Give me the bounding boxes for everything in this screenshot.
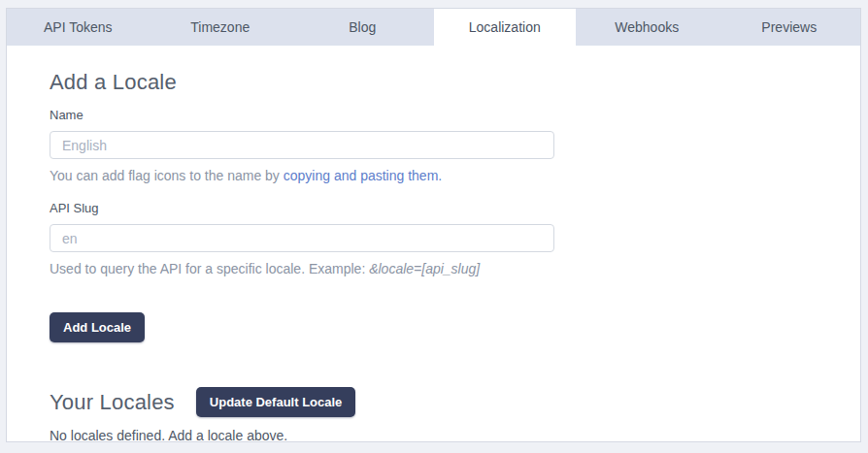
api-slug-label: API Slug [50, 201, 818, 215]
add-locale-button[interactable]: Add Locale [50, 312, 145, 342]
name-help-text: You can add flag icons to the name by [50, 168, 284, 183]
update-default-locale-button[interactable]: Update Default Locale [196, 387, 356, 417]
api-slug-input[interactable] [50, 224, 554, 252]
tab-blog[interactable]: Blog [291, 9, 434, 46]
tab-webhooks[interactable]: Webhooks [576, 9, 718, 46]
localization-panel: Add a Locale Name You can add flag icons… [7, 46, 860, 441]
name-input[interactable] [50, 131, 554, 159]
name-label: Name [50, 108, 818, 122]
api-slug-help-text: Used to query the API for a specific loc… [50, 261, 369, 276]
settings-tab-bar: API Tokens Timezone Blog Localization We… [7, 9, 860, 46]
api-slug-help: Used to query the API for a specific loc… [50, 261, 818, 276]
add-locale-title: Add a Locale [50, 70, 818, 95]
copy-paste-flags-link[interactable]: copying and pasting them. [284, 168, 442, 183]
tab-timezone[interactable]: Timezone [150, 9, 292, 46]
tab-previews[interactable]: Previews [718, 9, 861, 46]
locales-empty-message: No locales defined. Add a locale above. [50, 428, 818, 443]
your-locales-header: Your Locales Update Default Locale [50, 387, 818, 417]
tab-api-tokens[interactable]: API Tokens [7, 9, 150, 46]
your-locales-title: Your Locales [50, 390, 175, 415]
settings-card: API Tokens Timezone Blog Localization We… [6, 8, 861, 442]
tab-localization[interactable]: Localization [434, 9, 577, 46]
api-slug-help-example: &locale=[api_slug] [369, 261, 480, 276]
name-help: You can add flag icons to the name by co… [50, 168, 818, 183]
